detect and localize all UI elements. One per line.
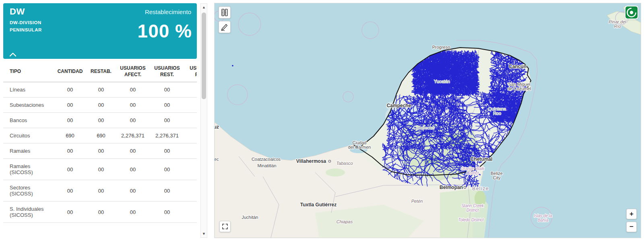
row-value: 00: [86, 180, 116, 202]
table-row: S. Individuales (SICOSS)0000000000: [3, 202, 197, 223]
map-label: Minatitlán: [257, 163, 276, 168]
map-label: San Miguelde Cozumel: [508, 82, 531, 91]
map-label: Toledo District: [458, 218, 484, 222]
table-row: Circuitos6906902,276,3712,276,37100: [3, 128, 197, 143]
city-dot-icon: [328, 160, 330, 162]
collapse-chevron-icon[interactable]: [9, 52, 17, 57]
row-value: 00: [54, 159, 86, 180]
row-value: 00: [54, 143, 86, 159]
map-label: Cancún: [509, 64, 526, 69]
row-value: 2,276,371: [150, 128, 184, 143]
draw-tool-button[interactable]: [219, 21, 231, 33]
row-value: 00: [86, 113, 116, 128]
table-row: Sectores (SICOSS)0000000000: [3, 180, 197, 202]
table-row: Líneas0000000000: [3, 82, 197, 98]
measure-tool-button[interactable]: [219, 6, 231, 19]
stats-table-body: Líneas0000000000Subestaciones0000000000B…: [3, 82, 197, 223]
map-label: Veracruz: [215, 124, 219, 130]
row-value: 00: [86, 143, 116, 159]
fullscreen-button[interactable]: [219, 221, 231, 232]
row-value: 00: [184, 202, 197, 223]
row-value: 00: [54, 113, 86, 128]
row-value: 690: [86, 128, 116, 143]
stats-table: TIPOCANTIDADRESTAB.USUARIOS AFECT.USUARI…: [3, 61, 197, 223]
division-subtitle: DW-DIVISION PENINSULAR: [10, 19, 42, 34]
table-row: Ramales0000000000: [3, 143, 197, 159]
row-value: 00: [150, 82, 184, 98]
restoration-label: Restablecimiento: [145, 8, 191, 15]
basemap: ProgresoCancúnCampecheCiudaddel CarmenVe…: [215, 3, 641, 238]
division-title: DW: [10, 6, 25, 17]
column-header: USUARIOS PEND.: [184, 61, 197, 82]
ruler-icon: [220, 8, 229, 17]
stats-table-container: TIPOCANTIDADRESTAB.USUARIOS AFECT.USUARI…: [3, 61, 197, 223]
map-label: Tuxtepec: [215, 157, 219, 162]
stats-header-row: TIPOCANTIDADRESTAB.USUARIOS AFECT.USUARI…: [3, 61, 197, 82]
row-label: Ramales: [3, 143, 54, 159]
row-value: 00: [184, 159, 197, 180]
row-value: 00: [54, 98, 86, 113]
map-label: Campeche: [387, 103, 411, 108]
panel-scrollbar[interactable]: ▲ ▼: [200, 3, 207, 238]
fullscreen-icon: [221, 223, 229, 230]
scroll-up-arrow-icon[interactable]: ▲: [201, 4, 207, 10]
table-row: Subestaciones0000000000: [3, 98, 197, 113]
map-label: Tuxtla Gutiérrez: [300, 202, 336, 208]
map-label: Chiapas: [336, 219, 353, 224]
row-value: 00: [150, 143, 184, 159]
map-label: Belize: [472, 186, 489, 191]
map[interactable]: ProgresoCancúnCampecheCiudaddel CarmenVe…: [215, 3, 641, 238]
scrollbar-thumb[interactable]: [202, 12, 206, 99]
row-value: 00: [184, 180, 197, 202]
division-subtitle-line1: DW-DIVISION: [10, 20, 41, 25]
row-value: 00: [150, 98, 184, 113]
row-value: 00: [184, 143, 197, 159]
map-label: Petén: [411, 199, 423, 204]
row-value: 00: [86, 202, 116, 223]
row-value: 690: [54, 128, 86, 143]
row-label: Circuitos: [3, 128, 54, 143]
zoom-in-button[interactable]: +: [626, 209, 637, 219]
network-speck: [232, 65, 233, 66]
division-panel: DW DW-DIVISION PENINSULAR Restablecimien…: [3, 3, 197, 238]
row-value: 00: [54, 180, 86, 202]
division-header: DW DW-DIVISION PENINSULAR Restablecimien…: [3, 3, 197, 59]
column-header: USUARIOS AFECT.: [116, 61, 150, 82]
map-label: Juchitán: [242, 215, 258, 220]
map-label: Progreso: [432, 45, 450, 50]
map-label: Chetumal: [471, 156, 493, 162]
column-header: USUARIOS REST.: [150, 61, 184, 82]
row-label: Subestaciones: [3, 98, 54, 113]
row-value: 00: [150, 159, 184, 180]
row-value: 00: [86, 159, 116, 180]
column-header: RESTAB.: [86, 61, 116, 82]
row-value: 00: [116, 159, 150, 180]
green-target-logo-icon: [625, 6, 638, 19]
row-value: 00: [184, 98, 197, 113]
column-header: CANTIDAD: [54, 61, 86, 82]
map-label: Campeche: [413, 125, 434, 130]
row-label: Sectores (SICOSS): [3, 180, 54, 202]
map-label: Belmopan: [440, 185, 463, 190]
scroll-down-arrow-icon[interactable]: ▼: [201, 231, 207, 237]
city-dot-icon: [464, 186, 466, 188]
row-value: 00: [150, 113, 184, 128]
row-label: S. Individuales (SICOSS): [3, 202, 54, 223]
zoom-out-button[interactable]: −: [626, 222, 637, 232]
row-value: 00: [184, 128, 197, 143]
row-value: 00: [184, 113, 197, 128]
brand-logo-button[interactable]: [625, 6, 638, 19]
row-value: 00: [54, 82, 86, 98]
row-value: 00: [116, 98, 150, 113]
row-value: 00: [86, 98, 116, 113]
row-value: 00: [116, 143, 150, 159]
row-value: 00: [116, 180, 150, 202]
map-label: Villahermosa: [296, 158, 326, 164]
map-label: Coatzacoalcos: [252, 157, 281, 162]
column-header: TIPO: [3, 61, 54, 82]
division-subtitle-line2: PENINSULAR: [10, 27, 42, 32]
row-value: 2,276,371: [116, 128, 150, 143]
row-label: Bancos: [3, 113, 54, 128]
table-row: Bancos0000000000: [3, 113, 197, 128]
row-value: 00: [150, 180, 184, 202]
